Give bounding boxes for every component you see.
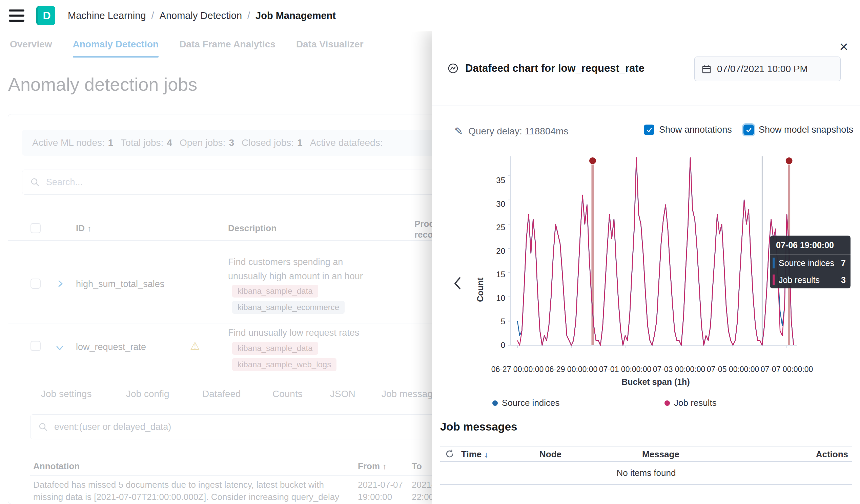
sort-desc-icon: ↓: [484, 450, 488, 459]
refresh-icon[interactable]: [445, 449, 454, 460]
breadcrumb-anomaly-detection[interactable]: Anomaly Detection: [160, 10, 242, 21]
checkbox-label: Show annotations: [659, 124, 732, 135]
calendar-icon: [701, 64, 712, 74]
show-annotations-checkbox[interactable]: Show annotations: [644, 124, 732, 135]
breadcrumb: Machine Learning / Anomaly Detection / J…: [68, 0, 336, 31]
x-axis-title: Bucket span (1h): [595, 377, 717, 387]
legend-dot: [664, 400, 670, 406]
x-tick-label: 07-01 00:00:00: [597, 365, 654, 374]
datafeed-chart-svg[interactable]: [508, 157, 800, 350]
chevron-left-icon[interactable]: [449, 274, 467, 293]
tooltip-row: Source indices 7: [770, 254, 850, 271]
annotation-dot: [589, 158, 596, 164]
tooltip-row: Job results 3: [770, 271, 850, 288]
show-model-snapshots-checkbox[interactable]: Show model snapshots: [743, 124, 853, 135]
datafeed-chart-icon: [447, 62, 459, 74]
chart-legend: Source indices Job results: [432, 398, 860, 410]
checkbox-checked-icon: [644, 124, 654, 135]
y-tick-label: 25: [479, 222, 505, 233]
checkbox-checked-icon: [743, 124, 754, 135]
y-tick-label: 30: [479, 199, 505, 209]
column-header-time[interactable]: Time↓: [461, 449, 488, 460]
y-tick-label: 10: [479, 293, 505, 303]
legend-item-source-indices[interactable]: Source indices: [492, 398, 560, 408]
divider: [432, 106, 860, 106]
series-line-1: [517, 158, 793, 345]
x-tick-label: 07-07 00:00:00: [758, 365, 816, 374]
column-header-message: Message: [642, 449, 679, 460]
date-picker-value: 07/07/2021 10:00 PM: [717, 64, 808, 74]
series-color-bar: [773, 275, 775, 285]
hamburger-menu-icon[interactable]: [9, 10, 24, 22]
app-header: D Machine Learning / Anomaly Detection /…: [0, 0, 860, 31]
breadcrumb-machine-learning[interactable]: Machine Learning: [68, 10, 146, 21]
x-tick-label: 06-29 00:00:00: [543, 365, 600, 374]
job-messages-table-header: Time↓ Node Message Actions: [440, 446, 852, 462]
edit-pencil-icon[interactable]: ✎: [454, 125, 463, 137]
legend-item-job-results[interactable]: Job results: [664, 398, 717, 408]
checkbox-label: Show model snapshots: [759, 124, 853, 135]
empty-table-message: No items found: [440, 462, 852, 485]
datafeed-chart-flyout: × Datafeed chart for low_request_rate 07…: [432, 31, 860, 504]
app-window: D Machine Learning / Anomaly Detection /…: [0, 0, 860, 504]
breadcrumb-separator-icon: /: [247, 10, 250, 21]
breadcrumb-separator-icon: /: [152, 10, 154, 21]
annotation-dot: [786, 158, 792, 164]
tooltip-timestamp: 07-06 19:00:00: [770, 236, 850, 254]
job-messages-title: Job messages: [440, 420, 517, 433]
x-tick-label: 07-03 00:00:00: [650, 365, 708, 374]
y-tick-label: 0: [479, 340, 505, 350]
query-delay-text: Query delay: 118804ms: [468, 126, 568, 137]
column-header-node: Node: [540, 449, 561, 460]
y-tick-label: 5: [479, 316, 505, 327]
y-tick-label: 20: [479, 246, 505, 256]
breadcrumb-job-management: Job Management: [256, 10, 336, 21]
date-picker[interactable]: 07/07/2021 10:00 PM: [694, 57, 841, 81]
flyout-title: Datafeed chart for low_request_rate: [465, 62, 645, 74]
series-color-bar: [773, 257, 775, 268]
x-tick-label: 06-27 00:00:00: [489, 365, 546, 374]
y-axis-title: Count: [475, 221, 485, 302]
y-tick-label: 35: [479, 175, 505, 186]
x-tick-label: 07-05 00:00:00: [704, 365, 762, 374]
series-line-0: [517, 158, 793, 345]
deployment-logo[interactable]: D: [36, 6, 55, 25]
y-tick-label: 15: [479, 269, 505, 280]
legend-dot: [492, 400, 498, 406]
column-header-actions: Actions: [816, 449, 848, 460]
job-messages-table: Time↓ Node Message Actions No items foun…: [440, 446, 852, 485]
chart-tooltip: 07-06 19:00:00 Source indices 7 Job resu…: [770, 236, 850, 288]
close-icon[interactable]: ×: [836, 39, 852, 55]
